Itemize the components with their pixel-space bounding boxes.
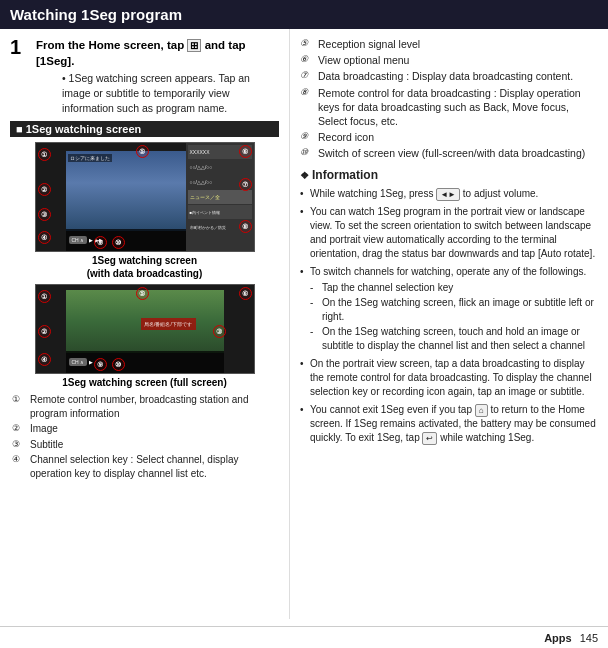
- tv-full-main: 局名/番組名/下部です: [66, 290, 224, 353]
- step-1-row: 1 From the Home screen, tap ⊞ and tap [1…: [10, 37, 279, 115]
- tv-subtitle-bar: 局名/番組名/下部です: [141, 318, 196, 330]
- info-sub-list: Tap the channel selection key On the 1Se…: [310, 281, 598, 353]
- list-item: ⑤ Reception signal level: [300, 37, 598, 51]
- section-heading: ■ 1Seg watching screen: [10, 121, 279, 137]
- list-item: ⑥ View optional menu: [300, 53, 598, 67]
- list-item: ④ Channel selection key : Select channel…: [12, 453, 279, 480]
- list-item: ② Image: [12, 422, 279, 436]
- info-sub-item: On the 1Seg watching screen, flick an im…: [310, 296, 598, 324]
- footer-page-number: 145: [580, 632, 598, 644]
- information-list: While watching 1Seg, press ◄► to adjust …: [300, 187, 598, 445]
- footer-apps-label: Apps: [544, 632, 572, 644]
- step-number: 1: [10, 37, 30, 57]
- list-item: ① Remote control number, broadcasting st…: [12, 393, 279, 420]
- tv-bottom-bar: CH ∧ ▶ ▶▶: [66, 229, 186, 251]
- info-item: On the portrait view screen, tap a data …: [300, 357, 598, 399]
- info-sub-item: On the 1Seg watching screen, touch and h…: [310, 325, 598, 353]
- screen1-caption: 1Seg watching screen (with data broadcas…: [10, 254, 279, 280]
- info-item: You cannot exit 1Seg even if you tap ⌂ t…: [300, 403, 598, 445]
- page-title: Watching 1Seg program: [10, 6, 182, 23]
- list-item: ⑦ Data broadcasting : Display data broad…: [300, 69, 598, 83]
- screen2-container: 局名/番組名/下部です CH ∧ ▶ ① ⑤ ⑥ ② ③ ④ ⑨ ⑩ 1Seg …: [10, 284, 279, 389]
- info-sub-item: Tap the channel selection key: [310, 281, 598, 295]
- information-heading: Information: [300, 168, 598, 182]
- left-column: 1 From the Home screen, tap ⊞ and tap [1…: [0, 29, 290, 619]
- list-item: ⑨ Record icon: [300, 130, 598, 144]
- right-column: ⑤ Reception signal level ⑥ View optional…: [290, 29, 608, 619]
- list-item: ⑧ Remote control for data broadcasting :…: [300, 86, 598, 129]
- list-item: ③ Subtitle: [12, 438, 279, 452]
- screen1-container: ロシアに来ました XXXXXX ○○/△△/○○ ○○/△△/○○ ニュース／全…: [10, 142, 279, 280]
- step-instruction: From the Home screen, tap ⊞ and tap [1Se…: [36, 37, 279, 69]
- page-footer: Apps 145: [0, 626, 608, 648]
- page-header: Watching 1Seg program: [0, 0, 608, 29]
- screen2-caption: 1Seg watching screen (full screen): [10, 376, 279, 389]
- left-list: ① Remote control number, broadcasting st…: [10, 393, 279, 480]
- screen1-image: ロシアに来ました XXXXXX ○○/△△/○○ ○○/△△/○○ ニュース／全…: [35, 142, 255, 252]
- tv-sidebar: XXXXXX ○○/△△/○○ ○○/△△/○○ ニュース／全 ■内イベント情報…: [186, 143, 254, 251]
- info-item: To switch channels for watching, operate…: [300, 265, 598, 353]
- right-list: ⑤ Reception signal level ⑥ View optional…: [300, 37, 598, 160]
- tv-full-bottom-bar: CH ∧ ▶: [66, 351, 224, 373]
- screen2-image: 局名/番組名/下部です CH ∧ ▶ ① ⑤ ⑥ ② ③ ④ ⑨ ⑩: [35, 284, 255, 374]
- info-item: You can watch 1Seg program in the portra…: [300, 205, 598, 261]
- list-item: ⑩ Switch of screen view (full-screen/wit…: [300, 146, 598, 160]
- step-sub-text: 1Seg watching screen appears. Tap an ima…: [62, 71, 279, 115]
- info-item: While watching 1Seg, press ◄► to adjust …: [300, 187, 598, 201]
